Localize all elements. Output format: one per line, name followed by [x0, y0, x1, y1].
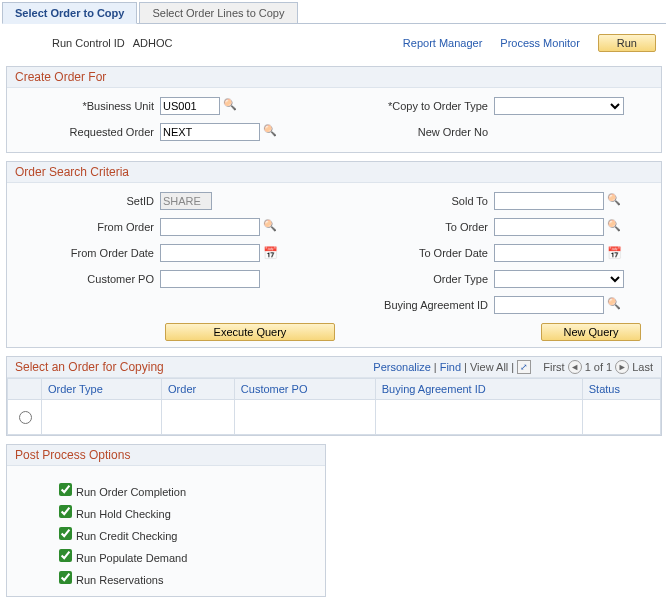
- report-manager-link[interactable]: Report Manager: [403, 37, 483, 49]
- new-query-button[interactable]: New Query: [541, 323, 641, 341]
- table-row: [8, 400, 661, 435]
- from-order-date-input[interactable]: [160, 244, 260, 262]
- calendar-icon[interactable]: 📅: [607, 245, 623, 261]
- select-order-grid-title: Select an Order for Copying: [15, 360, 164, 374]
- personalize-link[interactable]: Personalize: [373, 361, 430, 373]
- list-item: Run Credit Checking: [55, 524, 317, 543]
- row-select-radio[interactable]: [19, 411, 32, 424]
- opt-label: Run Credit Checking: [76, 530, 178, 542]
- customer-po-label: Customer PO: [15, 273, 160, 285]
- setid-label: SetID: [15, 195, 160, 207]
- col-customer-po[interactable]: Customer PO: [234, 379, 375, 400]
- sold-to-input[interactable]: [494, 192, 604, 210]
- first-text: First: [543, 361, 564, 373]
- last-text: Last: [632, 361, 653, 373]
- nav-prev-icon[interactable]: ◄: [568, 360, 582, 374]
- opt-hold-checking-checkbox[interactable]: [59, 505, 72, 518]
- run-control-value: ADHOC: [133, 37, 173, 49]
- business-unit-input[interactable]: [160, 97, 220, 115]
- order-type-label: Order Type: [334, 273, 494, 285]
- setid-input: [160, 192, 212, 210]
- col-select: [8, 379, 42, 400]
- sold-to-label: Sold To: [334, 195, 494, 207]
- nav-next-icon[interactable]: ►: [615, 360, 629, 374]
- tab-select-order[interactable]: Select Order to Copy: [2, 2, 137, 24]
- to-order-input[interactable]: [494, 218, 604, 236]
- opt-label: Run Hold Checking: [76, 508, 171, 520]
- tab-select-order-lines[interactable]: Select Order Lines to Copy: [139, 2, 297, 23]
- list-item: Run Hold Checking: [55, 502, 317, 521]
- calendar-icon[interactable]: 📅: [263, 245, 279, 261]
- create-order-section: Create Order For *Business Unit *Copy to…: [6, 66, 662, 153]
- order-type-select[interactable]: [494, 270, 624, 288]
- buying-agreement-input[interactable]: [494, 296, 604, 314]
- lookup-icon[interactable]: [607, 297, 623, 313]
- list-item: Run Populate Demand: [55, 546, 317, 565]
- post-process-header: Post Process Options: [7, 445, 325, 466]
- page-info: 1 of 1: [585, 361, 613, 373]
- run-control-row: Run Control ID ADHOC Report Manager Proc…: [2, 24, 666, 62]
- run-button[interactable]: Run: [598, 34, 656, 52]
- lookup-icon[interactable]: [607, 219, 623, 235]
- opt-label: Run Order Completion: [76, 486, 186, 498]
- cell-buying-agreement: [375, 400, 582, 435]
- zoom-icon[interactable]: ⤢: [517, 360, 531, 374]
- requested-order-input[interactable]: [160, 123, 260, 141]
- opt-credit-checking-checkbox[interactable]: [59, 527, 72, 540]
- find-link[interactable]: Find: [440, 361, 461, 373]
- new-order-no-label: New Order No: [334, 126, 494, 138]
- order-search-section: Order Search Criteria SetID Sold To From…: [6, 161, 662, 348]
- buying-agreement-label: Buying Agreement ID: [334, 299, 494, 311]
- col-order[interactable]: Order: [162, 379, 235, 400]
- create-order-header: Create Order For: [7, 67, 661, 88]
- cell-order-type: [42, 400, 162, 435]
- order-search-header: Order Search Criteria: [7, 162, 661, 183]
- opt-populate-demand-checkbox[interactable]: [59, 549, 72, 562]
- customer-po-input[interactable]: [160, 270, 260, 288]
- list-item: Run Order Completion: [55, 480, 317, 499]
- copy-to-order-type-select[interactable]: [494, 97, 624, 115]
- cell-customer-po: [234, 400, 375, 435]
- from-order-input[interactable]: [160, 218, 260, 236]
- opt-reservations-checkbox[interactable]: [59, 571, 72, 584]
- process-monitor-link[interactable]: Process Monitor: [500, 37, 579, 49]
- to-order-label: To Order: [334, 221, 494, 233]
- select-order-grid-section: Select an Order for Copying Personalize …: [6, 356, 662, 436]
- requested-order-label: Requested Order: [15, 126, 160, 138]
- to-order-date-input[interactable]: [494, 244, 604, 262]
- cell-status: [582, 400, 660, 435]
- order-grid-table: Order Type Order Customer PO Buying Agre…: [7, 378, 661, 435]
- tab-bar: Select Order to Copy Select Order Lines …: [2, 2, 666, 24]
- from-order-date-label: From Order Date: [15, 247, 160, 259]
- lookup-icon[interactable]: [223, 98, 239, 114]
- lookup-icon[interactable]: [607, 193, 623, 209]
- execute-query-button[interactable]: Execute Query: [165, 323, 335, 341]
- business-unit-label: *Business Unit: [15, 100, 160, 112]
- lookup-icon[interactable]: [263, 219, 279, 235]
- lookup-icon[interactable]: [263, 124, 279, 140]
- to-order-date-label: To Order Date: [334, 247, 494, 259]
- run-control-label: Run Control ID: [52, 37, 125, 49]
- opt-label: Run Populate Demand: [76, 552, 187, 564]
- view-all-text[interactable]: View All: [470, 361, 508, 373]
- list-item: Run Reservations: [55, 568, 317, 587]
- col-buying-agreement[interactable]: Buying Agreement ID: [375, 379, 582, 400]
- col-order-type[interactable]: Order Type: [42, 379, 162, 400]
- opt-label: Run Reservations: [76, 574, 163, 586]
- cell-order: [162, 400, 235, 435]
- post-process-section: Post Process Options Run Order Completio…: [6, 444, 326, 597]
- opt-order-completion-checkbox[interactable]: [59, 483, 72, 496]
- from-order-label: From Order: [15, 221, 160, 233]
- col-status[interactable]: Status: [582, 379, 660, 400]
- copy-to-order-type-label: *Copy to Order Type: [334, 100, 494, 112]
